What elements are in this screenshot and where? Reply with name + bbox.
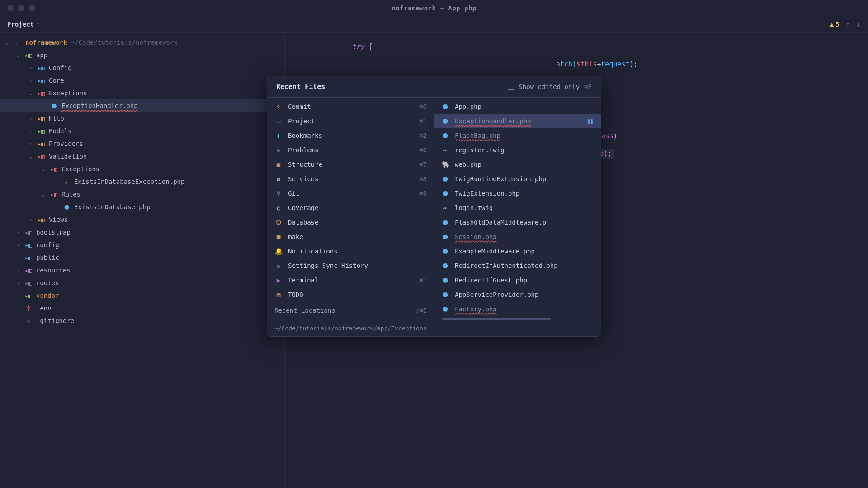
recent-file-item[interactable]: ⬣App.php xyxy=(434,99,601,114)
tool-window-item[interactable]: ▮Bookmarks⌘2 xyxy=(267,128,434,143)
tree-root[interactable]: ⌄ ▢ noframework ~/Code/tutorials/noframe… xyxy=(0,36,284,49)
project-dropdown[interactable]: Project ▾ xyxy=(7,21,39,28)
tree-file[interactable]: ⁑.env xyxy=(0,302,284,314)
tree-item-label: bootstrap xyxy=(36,229,71,236)
recent-file-item[interactable]: ⬣ExceptionHandler.php⫿⫿ xyxy=(434,114,601,128)
tool-window-item[interactable]: ▶Terminal⌘T xyxy=(267,273,434,287)
tree-folder[interactable]: ⌄▸◧Validation xyxy=(0,150,284,163)
tool-window-item[interactable]: 🔔Notifications xyxy=(267,244,434,258)
file-type-icon: ⬣ xyxy=(441,305,449,313)
recent-file-item[interactable]: ⬣ExampleMiddleware.php xyxy=(434,244,601,258)
titlebar: noframework — App.php xyxy=(0,0,868,16)
tree-folder[interactable]: ›▸◧bootstrap xyxy=(0,226,284,239)
recent-file-item[interactable]: ⬣TwigRuntimeExtension.php xyxy=(434,172,601,186)
tool-window-item[interactable]: ✿Services⌘8 xyxy=(267,172,434,186)
tree-folder[interactable]: ›▸◧resources xyxy=(0,264,284,277)
toolbar: Project ▾ ▲ 5 ↑ ↓ xyxy=(0,16,868,33)
recent-files-popup: Recent Files Show edited only ⌘E ⚬Commit… xyxy=(267,76,601,337)
next-highlight-icon[interactable]: ↓ xyxy=(856,20,861,28)
tool-window-item[interactable]: ▦Structure⌘7 xyxy=(267,157,434,172)
recent-file-item[interactable]: ⬣FlashOldDataMiddleware.p xyxy=(434,215,601,230)
shortcut-label: ⌘7 xyxy=(419,161,427,168)
tool-window-item[interactable]: ⚬Commit⌘0 xyxy=(267,99,434,114)
recent-file-item[interactable]: ❧login.twig xyxy=(434,201,601,215)
tool-window-item[interactable]: ◐Coverage xyxy=(267,201,434,215)
terminal-icon: ▶ xyxy=(274,277,283,284)
tree-file[interactable]: ⚡ExistsInDatabaseException.php xyxy=(0,175,284,188)
tree-folder[interactable]: ⌄▸◧app xyxy=(0,49,284,61)
file-type-icon: ⬣ xyxy=(441,291,449,298)
file-type-icon: ⬣ xyxy=(441,132,449,139)
folder-icon: ▸◧ xyxy=(50,191,58,198)
tree-item-label: Exceptions xyxy=(61,165,99,173)
recent-file-item[interactable]: ⬣RedirectIfGuest.php xyxy=(434,273,601,287)
tree-folder[interactable]: ⌄▸◧Rules xyxy=(0,188,284,201)
recent-file-item[interactable]: ❧register.twig xyxy=(434,143,601,157)
tree-item-label: Models xyxy=(49,127,72,135)
tree-folder[interactable]: ›▸◧routes xyxy=(0,277,284,289)
show-edited-only-checkbox[interactable]: Show edited only ⌘E xyxy=(508,83,592,90)
tool-window-item[interactable]: ⑂Git⌘9 xyxy=(267,186,434,201)
recent-file-item[interactable]: ⬣AppServiceProvider.php xyxy=(434,287,601,302)
tree-folder[interactable]: ›▸◧Models xyxy=(0,125,284,137)
settings-sync-history-icon: ↻ xyxy=(274,262,283,269)
tree-item-label: app xyxy=(36,52,47,59)
recent-file-item[interactable]: ⬣TwigExtension.php xyxy=(434,186,601,201)
chevron-right-icon: › xyxy=(15,255,21,261)
tool-window-item[interactable]: ▤TODO xyxy=(267,287,434,302)
recent-file-label: ExampleMiddleware.php xyxy=(455,248,535,255)
prev-highlight-icon[interactable]: ↑ xyxy=(846,20,850,28)
chevron-right-icon: › xyxy=(15,293,21,299)
folder-icon: ▸◧ xyxy=(37,216,45,223)
open-split-icon[interactable]: ⫿⫿ xyxy=(587,117,594,125)
warning-icon: ▲ xyxy=(830,21,834,28)
tree-folder[interactable]: ›▸◧Core xyxy=(0,74,284,87)
horizontal-scrollbar[interactable] xyxy=(442,318,551,320)
tree-folder[interactable]: ›▸◧Providers xyxy=(0,137,284,150)
tree-folder[interactable]: ⌄▸◧Exceptions xyxy=(0,163,284,175)
recent-file-item[interactable]: ⬣Factory.php xyxy=(434,302,601,316)
popup-title: Recent Files xyxy=(276,83,325,91)
recent-file-label: AppServiceProvider.php xyxy=(455,291,538,298)
tree-folder[interactable]: ›▸◧vendor xyxy=(0,289,284,302)
tool-window-item[interactable]: ↻Settings Sync History xyxy=(267,258,434,273)
tree-file[interactable]: ⬣ExistsInDatabase.php xyxy=(0,201,284,213)
recent-file-item[interactable]: ⬣Session.php xyxy=(434,230,601,244)
recent-file-item[interactable]: 🐘web.php xyxy=(434,157,601,172)
toolbar-right: ▲ 5 ↑ ↓ xyxy=(830,20,861,28)
tree-item-label: Providers xyxy=(49,140,83,147)
services-icon: ✿ xyxy=(274,175,283,183)
shortcut-label: ⌘6 xyxy=(419,146,427,154)
tool-window-item[interactable]: ▣make xyxy=(267,230,434,244)
tool-window-item[interactable]: ▭Project⌘1 xyxy=(267,114,434,128)
close-window-icon[interactable] xyxy=(7,5,14,11)
tree-folder[interactable]: ›▸◧config xyxy=(0,239,284,251)
tree-file[interactable]: ⬣ExceptionHandler.php xyxy=(0,99,284,112)
file-type-icon: ⬣ xyxy=(441,103,449,110)
zoom-window-icon[interactable] xyxy=(29,5,35,11)
tool-window-item[interactable]: ⛁Database xyxy=(267,215,434,230)
checkbox-label: Show edited only xyxy=(519,83,580,90)
tool-window-label: Git xyxy=(288,190,299,197)
tool-window-item[interactable]: ✷Problems⌘6 xyxy=(267,143,434,157)
git-icon: ⑂ xyxy=(274,190,283,197)
recent-file-item[interactable]: ⬣RedirectIfAuthenticated.php xyxy=(434,258,601,273)
inspections-badge[interactable]: ▲ 5 xyxy=(830,21,840,28)
tree-file[interactable]: ◇.gitignore xyxy=(0,314,284,327)
tree-folder[interactable]: ›▸◧public xyxy=(0,251,284,264)
tree-folder[interactable]: ⌄▸◧Exceptions xyxy=(0,87,284,99)
recent-locations-item[interactable]: Recent Locations ⇧⌘E xyxy=(267,302,434,319)
tree-item-label: .env xyxy=(36,305,52,312)
problems-icon: ✷ xyxy=(274,146,283,154)
tree-folder[interactable]: ›▸◧Config xyxy=(0,61,284,74)
project-icon: ▭ xyxy=(274,117,283,125)
recent-file-item[interactable]: ⬣FlashBag.php xyxy=(434,128,601,143)
minimize-window-icon[interactable] xyxy=(18,5,24,11)
folder-icon: ▸◧ xyxy=(37,141,45,147)
folder-icon: ▸◧ xyxy=(37,65,45,71)
tree-folder[interactable]: ›▸◧Http xyxy=(0,112,284,125)
tree-item-label: resources xyxy=(36,267,71,274)
tree-folder[interactable]: ›▸◧Views xyxy=(0,213,284,226)
chevron-right-icon: › xyxy=(28,78,33,84)
tree-item-label: config xyxy=(36,241,59,249)
